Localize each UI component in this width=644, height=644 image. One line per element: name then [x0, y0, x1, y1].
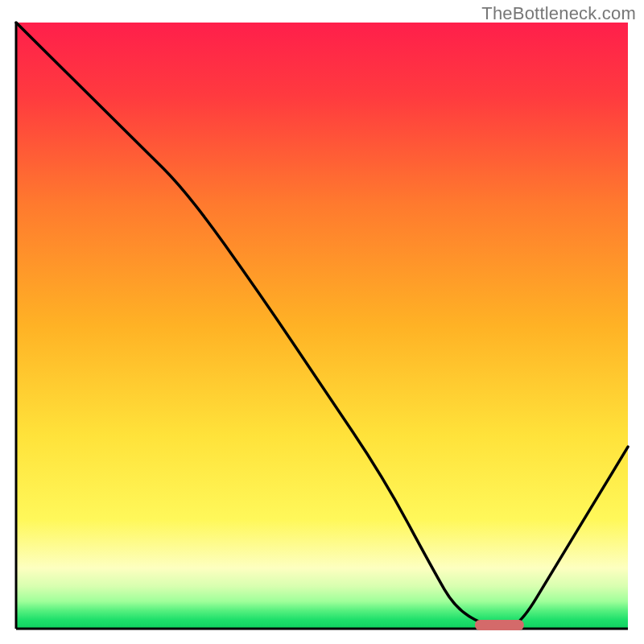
bottleneck-chart — [0, 0, 644, 644]
chart-container: TheBottleneck.com — [0, 0, 644, 644]
optimal-range-marker — [475, 620, 524, 630]
